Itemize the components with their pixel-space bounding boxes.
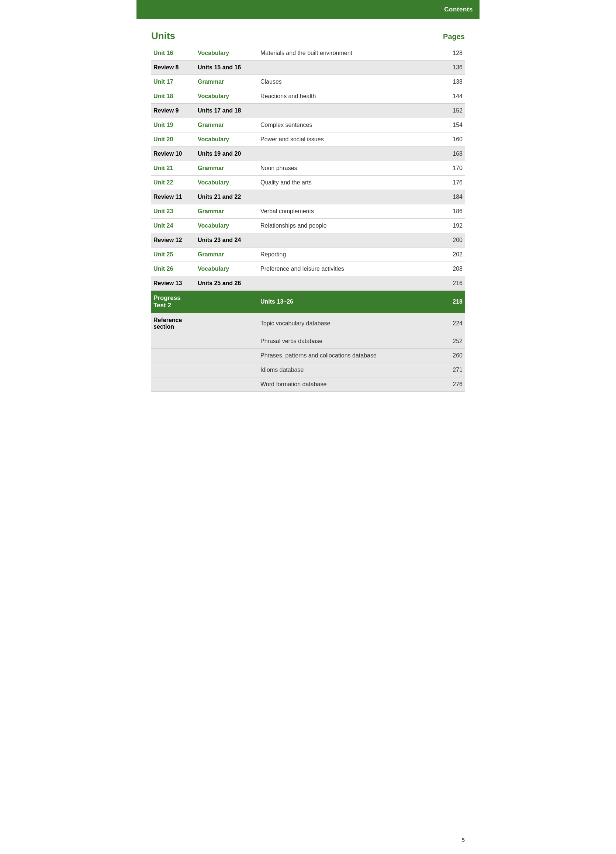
page-cell: 154 (443, 118, 465, 133)
unit-cell: Unit 18 (151, 89, 195, 104)
category-cell: Vocabulary (195, 133, 258, 147)
description-cell: Verbal complements (258, 204, 443, 219)
table-row: Unit 19GrammarComplex sentences154 (151, 118, 465, 133)
description-cell (258, 233, 443, 247)
header-row: Units Pages (151, 30, 465, 43)
category-cell: Units 17 and 18 (195, 104, 258, 118)
description-cell: Phrases, patterns and collocations datab… (258, 349, 443, 363)
page-cell: 271 (443, 363, 465, 377)
category-cell: Units 19 and 20 (195, 147, 258, 161)
table-row: Review 13Units 25 and 26216 (151, 276, 465, 291)
unit-cell (151, 349, 195, 363)
description-cell: Relationships and people (258, 219, 443, 233)
category-cell: Vocabulary (195, 89, 258, 104)
description-cell (258, 104, 443, 118)
table-row: Unit 20VocabularyPower and social issues… (151, 133, 465, 147)
description-cell: Reporting (258, 247, 443, 262)
category-cell: Units 15 and 16 (195, 61, 258, 75)
page-cell: 208 (443, 262, 465, 276)
table-row: Unit 18VocabularyReactions and health144 (151, 89, 465, 104)
page-cell: 128 (443, 46, 465, 61)
description-cell: Power and social issues (258, 133, 443, 147)
table-row: Review 11Units 21 and 22184 (151, 190, 465, 204)
page-cell: 200 (443, 233, 465, 247)
description-cell: Clauses (258, 75, 443, 89)
unit-cell: Review 11 (151, 190, 195, 204)
table-row: Unit 22VocabularyQuality and the arts176 (151, 175, 465, 190)
content: Units Pages Unit 16VocabularyMaterials a… (136, 19, 480, 407)
page-wrapper: Contents Units Pages Unit 16VocabularyMa… (136, 0, 480, 854)
category-cell: Grammar (195, 161, 258, 175)
category-cell: Grammar (195, 247, 258, 262)
description-cell: Complex sentences (258, 118, 443, 133)
page-cell: 136 (443, 61, 465, 75)
table-row: Unit 24VocabularyRelationships and peopl… (151, 219, 465, 233)
page-cell: 160 (443, 133, 465, 147)
description-cell: Topic vocabulary database (258, 313, 443, 334)
table-row: Reference sectionTopic vocabulary databa… (151, 313, 465, 334)
table-row: Review 12Units 23 and 24200 (151, 233, 465, 247)
category-cell: Units 23 and 24 (195, 233, 258, 247)
contents-table: Unit 16VocabularyMaterials and the built… (151, 46, 465, 392)
page-cell: 176 (443, 175, 465, 190)
description-cell: Materials and the built environment (258, 46, 443, 61)
category-cell: Units 21 and 22 (195, 190, 258, 204)
description-cell: Phrasal verbs database (258, 334, 443, 349)
unit-cell: Reference section (151, 313, 195, 334)
description-cell: Units 13–26 (258, 291, 443, 313)
unit-cell: Unit 25 (151, 247, 195, 262)
description-cell (258, 147, 443, 161)
category-cell: Grammar (195, 75, 258, 89)
table-row: Phrases, patterns and collocations datab… (151, 349, 465, 363)
category-cell: Grammar (195, 204, 258, 219)
category-cell (195, 334, 258, 349)
table-row: Unit 23GrammarVerbal complements186 (151, 204, 465, 219)
unit-cell: Review 12 (151, 233, 195, 247)
category-cell: Vocabulary (195, 219, 258, 233)
unit-cell: Unit 23 (151, 204, 195, 219)
unit-cell: Review 10 (151, 147, 195, 161)
description-cell: Word formation database (258, 377, 443, 392)
unit-cell: Review 8 (151, 61, 195, 75)
unit-cell: Unit 22 (151, 175, 195, 190)
description-cell: Idioms database (258, 363, 443, 377)
page-cell: 202 (443, 247, 465, 262)
category-cell: Vocabulary (195, 175, 258, 190)
description-cell (258, 276, 443, 291)
page-cell: 218 (443, 291, 465, 313)
category-cell: Units 25 and 26 (195, 276, 258, 291)
unit-cell: Unit 17 (151, 75, 195, 89)
units-heading: Units (151, 30, 175, 42)
description-cell (258, 190, 443, 204)
category-cell: Vocabulary (195, 46, 258, 61)
category-cell (195, 363, 258, 377)
page-cell: 168 (443, 147, 465, 161)
top-bar-title: Contents (444, 6, 473, 13)
unit-cell (151, 363, 195, 377)
table-row: Unit 21GrammarNoun phrases170 (151, 161, 465, 175)
pages-heading: Pages (443, 32, 465, 41)
unit-cell: Unit 16 (151, 46, 195, 61)
category-cell (195, 349, 258, 363)
unit-cell (151, 334, 195, 349)
page-cell: 186 (443, 204, 465, 219)
unit-cell (151, 377, 195, 392)
table-row: Review 9Units 17 and 18152 (151, 104, 465, 118)
unit-cell: Unit 21 (151, 161, 195, 175)
page-cell: 152 (443, 104, 465, 118)
description-cell: Noun phrases (258, 161, 443, 175)
category-cell (195, 313, 258, 334)
unit-cell: Unit 20 (151, 133, 195, 147)
table-row: Unit 25GrammarReporting202 (151, 247, 465, 262)
page-cell: 170 (443, 161, 465, 175)
description-cell: Preference and leisure activities (258, 262, 443, 276)
page-cell: 252 (443, 334, 465, 349)
description-cell: Reactions and health (258, 89, 443, 104)
top-bar: Contents (136, 0, 480, 19)
page-cell: 144 (443, 89, 465, 104)
table-row: Unit 16VocabularyMaterials and the built… (151, 46, 465, 61)
unit-cell: Unit 26 (151, 262, 195, 276)
unit-cell: Unit 24 (151, 219, 195, 233)
page-cell: 260 (443, 349, 465, 363)
page-cell: 192 (443, 219, 465, 233)
